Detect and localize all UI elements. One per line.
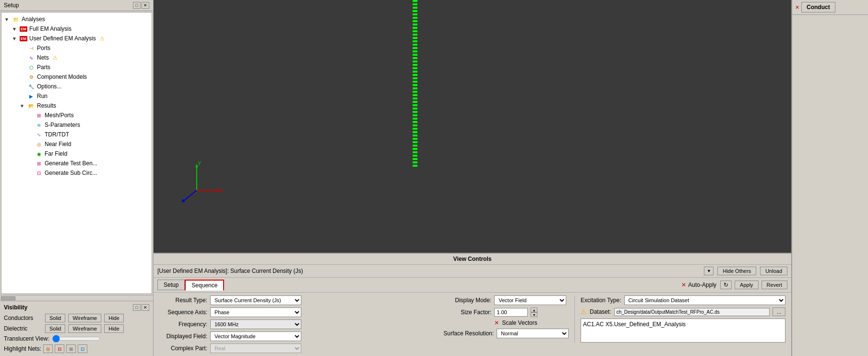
size-factor-up-button[interactable]: ▲ <box>531 307 537 312</box>
mesh-icon: ⊞ <box>35 111 43 119</box>
tree-item-user-defined-em[interactable]: ▼ EM User Defined EM Analysis ⚠ <box>11 34 150 43</box>
tdr-icon: ∿ <box>35 131 43 138</box>
tdr-tdt-label: TDR/TDT <box>45 131 69 138</box>
vc-title-dropdown-button[interactable]: ▼ <box>704 267 713 275</box>
parts-label: Parts <box>37 64 50 71</box>
surface-resolution-row: Surface Resolution: Normal <box>443 329 569 338</box>
options-label: Options... <box>37 83 61 90</box>
setup-title: Setup <box>4 2 19 9</box>
dataset-label: Dataset: <box>590 308 611 315</box>
auto-apply-row: ✕ Auto-Apply ↻ <box>681 281 732 289</box>
ac-text: AC1.AC X5.User_Defined_EM_Analysis <box>583 321 686 328</box>
run-label: Run <box>37 93 48 99</box>
dielectric-wireframe-button[interactable]: Wireframe <box>68 324 101 333</box>
vc-tab-controls: ✕ Auto-Apply ↻ Apply Revert <box>681 281 787 289</box>
far-field-label: Far Field <box>45 150 67 157</box>
surface-resolution-label: Surface Resolution: <box>443 330 494 337</box>
dataset-row: ⚠ Dataset: ... <box>581 307 785 316</box>
close-button[interactable]: ✕ <box>142 2 149 9</box>
viewport-canvas: Y X <box>154 0 791 253</box>
tree-item-near-field[interactable]: ◎ Near Field <box>26 139 150 149</box>
tree-item-analyses[interactable]: ▼ 📁 Analyses <box>3 14 150 24</box>
complex-part-row: Complex Part: Real <box>159 344 438 353</box>
size-factor-input[interactable] <box>494 308 528 317</box>
gen-icon: ⊞ <box>35 160 43 167</box>
gen-test-ben-label: Generate Test Ben... <box>45 160 97 167</box>
viewport-3d[interactable]: Y X <box>154 0 791 253</box>
size-factor-down-button[interactable]: ▼ <box>531 312 537 317</box>
s-parameters-label: S-Parameters <box>45 122 80 128</box>
tree-item-s-parameters[interactable]: ≋ S-Parameters <box>26 120 150 130</box>
frequency-label: Frequency: <box>159 321 207 328</box>
visibility-minimize-button[interactable]: □ <box>133 304 141 311</box>
display-mode-select[interactable]: Vector Field <box>494 295 566 305</box>
visibility-panel: Visibility □ ✕ Conductors Solid Wirefram… <box>0 301 153 356</box>
tree-horizontal-scrollbar[interactable] <box>0 295 153 301</box>
excitation-type-label: Excitation Type: <box>581 297 621 304</box>
scale-vectors-label: Scale Vectors <box>502 319 537 326</box>
tree-item-full-em[interactable]: ▼ EM Full EM Analysis <box>11 24 150 34</box>
tab-sequence[interactable]: Sequence <box>185 280 224 291</box>
apply-button[interactable]: Apply <box>735 281 759 289</box>
size-factor-row: Size Factor: ▲ ▼ <box>443 307 569 317</box>
dataset-input[interactable] <box>614 308 770 316</box>
display-mode-row: Display Mode: Vector Field <box>443 295 569 305</box>
excitation-type-select[interactable]: Circuit Simulation Dataset <box>624 295 786 305</box>
highlight-icon-1[interactable]: ⊞ <box>43 344 53 353</box>
svg-text:Y: Y <box>198 160 202 166</box>
refresh-icon[interactable]: ↻ <box>720 281 732 289</box>
gen-sub-circ-label: Generate Sub Circ... <box>45 170 97 176</box>
complex-part-label: Complex Part: <box>159 345 207 352</box>
tree-item-gen-test-ben[interactable]: ⊞ Generate Test Ben... <box>26 159 150 168</box>
scale-vectors-checkbox-x: ✕ <box>494 319 499 326</box>
tree-item-far-field[interactable]: ◉ Far Field <box>26 149 150 159</box>
complex-part-select[interactable]: Real <box>210 344 301 353</box>
highlight-icon-3[interactable]: ⊠ <box>66 344 76 353</box>
highlight-icon-4[interactable]: ⊡ <box>78 344 87 353</box>
conductors-solid-button[interactable]: Solid <box>45 314 65 322</box>
hide-others-button[interactable]: Hide Others <box>717 267 756 275</box>
frequency-select[interactable]: 1600 MHz <box>210 319 301 329</box>
highlight-icon-2[interactable]: ⊟ <box>55 344 64 353</box>
tree-item-mesh-ports[interactable]: ⊞ Mesh/Ports <box>26 110 150 120</box>
tree-item-tdr-tdt[interactable]: ∿ TDR/TDT <box>26 130 150 139</box>
conductors-hide-button[interactable]: Hide <box>104 314 124 322</box>
dielectric-hide-button[interactable]: Hide <box>104 324 124 333</box>
revert-button[interactable]: Revert <box>761 281 787 289</box>
svg-text:X: X <box>220 187 224 193</box>
tree-item-run[interactable]: ▶ Run <box>19 91 150 101</box>
warning-icon: ⚠ <box>53 55 58 61</box>
conductors-wireframe-button[interactable]: Wireframe <box>68 314 101 322</box>
tree-area: ▼ 📁 Analyses ▼ EM Full EM Analysis ▼ EM … <box>1 12 152 294</box>
displayed-field-row: Displayed Field: Vector Magnitude <box>159 331 438 341</box>
left-panel: Setup □ ✕ ▼ 📁 Analyses ▼ EM Full EM Anal… <box>0 0 154 356</box>
visibility-title: Visibility <box>4 304 27 311</box>
unload-button[interactable]: Unload <box>760 267 787 275</box>
tree-item-parts[interactable]: ⬡ Parts <box>19 62 150 72</box>
tree-item-gen-sub-circ[interactable]: ⊡ Generate Sub Circ... <box>26 168 150 178</box>
result-type-label: Result Type: <box>159 297 207 304</box>
tree-item-ports[interactable]: ⊣ Ports <box>19 43 150 53</box>
near-field-label: Near Field <box>45 141 71 147</box>
displayed-field-select[interactable]: Vector Magnitude <box>210 331 301 341</box>
nearfield-icon: ◎ <box>35 140 43 148</box>
minimize-button[interactable]: □ <box>133 2 141 9</box>
tree-item-results[interactable]: ▼ 📂 Results <box>19 101 150 110</box>
auto-apply-label: Auto-Apply <box>688 282 716 288</box>
visibility-close-button[interactable]: ✕ <box>142 304 149 311</box>
tree-item-component-models[interactable]: ⚙ Component Models <box>19 72 150 82</box>
pcb-trace-svg <box>154 0 791 253</box>
dataset-browse-button[interactable]: ... <box>773 307 785 316</box>
tree-item-options[interactable]: 🔧 Options... <box>19 82 150 91</box>
vc-tabs-bar: Setup Sequence ✕ Auto-Apply ↻ Apply Reve… <box>154 278 791 293</box>
tab-setup[interactable]: Setup <box>157 280 185 290</box>
full-em-label: Full EM Analysis <box>29 25 71 32</box>
sequence-axis-select[interactable]: Phase <box>210 307 301 317</box>
right-sidebar-header: ✕ Conduct <box>792 0 868 15</box>
translucent-slider[interactable] <box>52 335 100 343</box>
result-type-select[interactable]: Surface Current Density (Js) <box>210 295 301 305</box>
surface-resolution-select[interactable]: Normal <box>497 329 569 338</box>
tree-item-nets[interactable]: ∿ Nets ⚠ <box>19 53 150 62</box>
dielectric-solid-button[interactable]: Solid <box>45 324 65 333</box>
conduct-button[interactable]: Conduct <box>801 2 835 12</box>
